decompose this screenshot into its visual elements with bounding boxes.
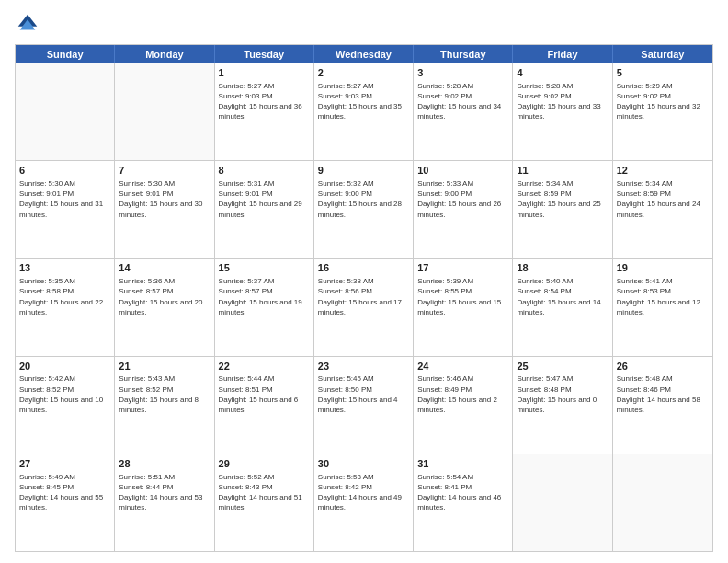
- day-info: Sunrise: 5:34 AM Sunset: 8:59 PM Dayligh…: [517, 178, 608, 220]
- day-number: 6: [19, 164, 110, 178]
- day-number: 3: [417, 66, 508, 80]
- day-cell-14: 14Sunrise: 5:36 AM Sunset: 8:57 PM Dayli…: [115, 259, 214, 355]
- day-info: Sunrise: 5:33 AM Sunset: 9:00 PM Dayligh…: [417, 178, 508, 220]
- day-number: 24: [417, 360, 508, 373]
- day-number: 28: [119, 457, 210, 471]
- day-info: Sunrise: 5:30 AM Sunset: 9:01 PM Dayligh…: [119, 178, 210, 220]
- day-cell-5: 5Sunrise: 5:29 AM Sunset: 9:02 PM Daylig…: [613, 63, 712, 160]
- day-number: 1: [219, 66, 310, 80]
- header-day-sunday: Sunday: [16, 45, 115, 63]
- day-info: Sunrise: 5:35 AM Sunset: 8:58 PM Dayligh…: [19, 276, 110, 317]
- day-cell-21: 21Sunrise: 5:43 AM Sunset: 8:52 PM Dayli…: [115, 357, 214, 454]
- day-info: Sunrise: 5:37 AM Sunset: 8:57 PM Dayligh…: [219, 276, 310, 317]
- day-cell-3: 3Sunrise: 5:28 AM Sunset: 9:02 PM Daylig…: [414, 63, 513, 160]
- day-info: Sunrise: 5:28 AM Sunset: 9:02 PM Dayligh…: [517, 81, 608, 122]
- day-info: Sunrise: 5:45 AM Sunset: 8:50 PM Dayligh…: [318, 373, 409, 415]
- day-cell-25: 25Sunrise: 5:47 AM Sunset: 8:48 PM Dayli…: [513, 357, 612, 454]
- day-info: Sunrise: 5:41 AM Sunset: 8:53 PM Dayligh…: [617, 276, 709, 317]
- day-number: 14: [119, 261, 210, 275]
- day-info: Sunrise: 5:27 AM Sunset: 9:03 PM Dayligh…: [219, 81, 310, 122]
- day-number: 15: [219, 261, 310, 275]
- day-info: Sunrise: 5:47 AM Sunset: 8:48 PM Dayligh…: [517, 373, 608, 415]
- day-info: Sunrise: 5:44 AM Sunset: 8:51 PM Dayligh…: [219, 373, 310, 415]
- day-info: Sunrise: 5:28 AM Sunset: 9:02 PM Dayligh…: [417, 81, 508, 122]
- day-number: 27: [19, 457, 110, 471]
- day-info: Sunrise: 5:53 AM Sunset: 8:42 PM Dayligh…: [318, 472, 409, 513]
- day-info: Sunrise: 5:51 AM Sunset: 8:44 PM Dayligh…: [119, 472, 210, 513]
- day-cell-15: 15Sunrise: 5:37 AM Sunset: 8:57 PM Dayli…: [215, 259, 314, 355]
- day-number: 10: [417, 164, 508, 178]
- day-info: Sunrise: 5:48 AM Sunset: 8:46 PM Dayligh…: [617, 373, 709, 415]
- header: [15, 11, 713, 37]
- day-number: 21: [119, 360, 210, 373]
- day-number: 12: [617, 164, 709, 178]
- week-row-5: 27Sunrise: 5:49 AM Sunset: 8:45 PM Dayli…: [16, 454, 712, 551]
- day-cell-12: 12Sunrise: 5:34 AM Sunset: 8:59 PM Dayli…: [613, 161, 712, 258]
- day-number: 22: [219, 360, 310, 373]
- week-row-4: 20Sunrise: 5:42 AM Sunset: 8:52 PM Dayli…: [16, 357, 712, 454]
- day-cell-29: 29Sunrise: 5:52 AM Sunset: 8:43 PM Dayli…: [215, 454, 314, 551]
- day-info: Sunrise: 5:52 AM Sunset: 8:43 PM Dayligh…: [219, 472, 310, 513]
- day-number: 31: [417, 457, 508, 471]
- day-info: Sunrise: 5:38 AM Sunset: 8:56 PM Dayligh…: [318, 276, 409, 317]
- empty-cell: [613, 454, 712, 551]
- day-info: Sunrise: 5:29 AM Sunset: 9:02 PM Dayligh…: [617, 81, 709, 122]
- day-number: 29: [219, 457, 310, 471]
- day-cell-23: 23Sunrise: 5:45 AM Sunset: 8:50 PM Dayli…: [314, 357, 414, 454]
- day-number: 11: [517, 164, 608, 178]
- day-cell-1: 1Sunrise: 5:27 AM Sunset: 9:03 PM Daylig…: [215, 63, 314, 160]
- day-cell-18: 18Sunrise: 5:40 AM Sunset: 8:54 PM Dayli…: [513, 259, 612, 355]
- day-info: Sunrise: 5:39 AM Sunset: 8:55 PM Dayligh…: [417, 276, 508, 317]
- day-number: 17: [417, 261, 508, 275]
- day-cell-24: 24Sunrise: 5:46 AM Sunset: 8:49 PM Dayli…: [414, 357, 513, 454]
- day-cell-4: 4Sunrise: 5:28 AM Sunset: 9:02 PM Daylig…: [513, 63, 612, 160]
- day-cell-28: 28Sunrise: 5:51 AM Sunset: 8:44 PM Dayli…: [115, 454, 214, 551]
- day-cell-11: 11Sunrise: 5:34 AM Sunset: 8:59 PM Dayli…: [513, 161, 612, 258]
- header-day-monday: Monday: [115, 45, 214, 63]
- day-info: Sunrise: 5:30 AM Sunset: 9:01 PM Dayligh…: [19, 178, 110, 220]
- day-info: Sunrise: 5:36 AM Sunset: 8:57 PM Dayligh…: [119, 276, 210, 317]
- day-cell-27: 27Sunrise: 5:49 AM Sunset: 8:45 PM Dayli…: [16, 454, 115, 551]
- day-cell-19: 19Sunrise: 5:41 AM Sunset: 8:53 PM Dayli…: [613, 259, 712, 355]
- empty-cell: [16, 63, 115, 160]
- day-cell-7: 7Sunrise: 5:30 AM Sunset: 9:01 PM Daylig…: [115, 161, 214, 258]
- header-day-friday: Friday: [513, 45, 612, 63]
- day-info: Sunrise: 5:27 AM Sunset: 9:03 PM Dayligh…: [318, 81, 409, 122]
- day-info: Sunrise: 5:54 AM Sunset: 8:41 PM Dayligh…: [417, 472, 508, 513]
- day-info: Sunrise: 5:40 AM Sunset: 8:54 PM Dayligh…: [517, 276, 608, 317]
- day-number: 2: [318, 66, 409, 80]
- calendar-body: 1Sunrise: 5:27 AM Sunset: 9:03 PM Daylig…: [16, 63, 712, 551]
- header-day-thursday: Thursday: [414, 45, 513, 63]
- day-cell-8: 8Sunrise: 5:31 AM Sunset: 9:01 PM Daylig…: [215, 161, 314, 258]
- day-cell-10: 10Sunrise: 5:33 AM Sunset: 9:00 PM Dayli…: [414, 161, 513, 258]
- day-number: 26: [617, 360, 709, 373]
- header-day-tuesday: Tuesday: [215, 45, 314, 63]
- page: SundayMondayTuesdayWednesdayThursdayFrid…: [0, 0, 728, 563]
- day-cell-20: 20Sunrise: 5:42 AM Sunset: 8:52 PM Dayli…: [16, 357, 115, 454]
- header-day-wednesday: Wednesday: [314, 45, 414, 63]
- day-number: 20: [19, 360, 110, 373]
- day-cell-6: 6Sunrise: 5:30 AM Sunset: 9:01 PM Daylig…: [16, 161, 115, 258]
- week-row-2: 6Sunrise: 5:30 AM Sunset: 9:01 PM Daylig…: [16, 161, 712, 259]
- day-number: 19: [617, 261, 709, 275]
- day-number: 9: [318, 164, 409, 178]
- day-info: Sunrise: 5:43 AM Sunset: 8:52 PM Dayligh…: [119, 373, 210, 415]
- day-info: Sunrise: 5:42 AM Sunset: 8:52 PM Dayligh…: [19, 373, 110, 415]
- calendar-header: SundayMondayTuesdayWednesdayThursdayFrid…: [16, 45, 712, 63]
- day-info: Sunrise: 5:32 AM Sunset: 9:00 PM Dayligh…: [318, 178, 409, 220]
- day-cell-9: 9Sunrise: 5:32 AM Sunset: 9:00 PM Daylig…: [314, 161, 414, 258]
- day-info: Sunrise: 5:34 AM Sunset: 8:59 PM Dayligh…: [617, 178, 709, 220]
- day-cell-26: 26Sunrise: 5:48 AM Sunset: 8:46 PM Dayli…: [613, 357, 712, 454]
- week-row-3: 13Sunrise: 5:35 AM Sunset: 8:58 PM Dayli…: [16, 259, 712, 356]
- day-info: Sunrise: 5:31 AM Sunset: 9:01 PM Dayligh…: [219, 178, 310, 220]
- day-cell-2: 2Sunrise: 5:27 AM Sunset: 9:03 PM Daylig…: [314, 63, 414, 160]
- logo-icon: [15, 11, 40, 37]
- day-number: 23: [318, 360, 409, 373]
- day-cell-17: 17Sunrise: 5:39 AM Sunset: 8:55 PM Dayli…: [414, 259, 513, 355]
- day-number: 7: [119, 164, 210, 178]
- day-number: 16: [318, 261, 409, 275]
- day-cell-31: 31Sunrise: 5:54 AM Sunset: 8:41 PM Dayli…: [414, 454, 513, 551]
- day-number: 4: [517, 66, 608, 80]
- day-cell-16: 16Sunrise: 5:38 AM Sunset: 8:56 PM Dayli…: [314, 259, 414, 355]
- day-info: Sunrise: 5:46 AM Sunset: 8:49 PM Dayligh…: [417, 373, 508, 415]
